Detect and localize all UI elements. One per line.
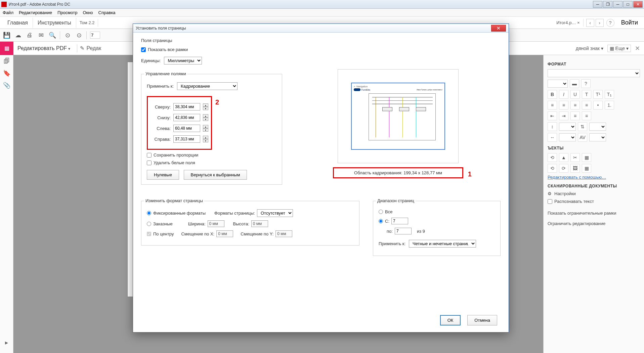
- next-page-icon[interactable]: ⊙: [75, 31, 83, 39]
- indent4-icon[interactable]: ≡: [582, 112, 591, 120]
- centered-checkbox[interactable]: [147, 232, 151, 236]
- attachment-icon[interactable]: 📎: [3, 82, 10, 89]
- kerning-icon[interactable]: AV: [578, 133, 587, 142]
- zero-margins-button[interactable]: Нулевые: [147, 170, 179, 180]
- margin-bottom-down[interactable]: ▼: [203, 118, 208, 121]
- margin-top-up[interactable]: ▲: [203, 103, 208, 107]
- doc-tab-active[interactable]: Итог4.p… ×: [553, 19, 583, 27]
- align-left-icon[interactable]: ≡: [548, 101, 557, 109]
- more-button[interactable]: ▦ Еще ▾: [607, 45, 631, 52]
- cloud-icon[interactable]: ☁: [14, 31, 22, 39]
- window-minimize2-button[interactable]: ─: [613, 1, 622, 8]
- lineheight-select[interactable]: [589, 123, 606, 131]
- watermark-button[interactable]: дяной знак ▾: [576, 46, 603, 51]
- revert-margins-button[interactable]: Вернуться к выбранным: [184, 170, 247, 180]
- show-all-frames-checkbox[interactable]: [141, 47, 146, 52]
- mail-icon[interactable]: ✉: [37, 31, 45, 39]
- superscript-icon[interactable]: T¹: [593, 90, 603, 99]
- margin-right-down[interactable]: ▼: [203, 139, 208, 142]
- doc-tab-1[interactable]: Том 2.2: [76, 19, 98, 27]
- dialog-ok-button[interactable]: ОК: [440, 315, 461, 325]
- margin-left-up[interactable]: ▲: [203, 125, 208, 128]
- page-formats-select[interactable]: Отсутствует: [257, 209, 293, 217]
- menu-edit[interactable]: Редактирование: [19, 10, 52, 15]
- restrict-link[interactable]: Ограничить редактирование: [548, 221, 640, 226]
- strike-icon[interactable]: T: [582, 90, 591, 99]
- indent-right-icon[interactable]: ⇥: [559, 112, 568, 120]
- flip-v-icon[interactable]: ▲: [559, 153, 568, 162]
- font-size-select[interactable]: [548, 80, 568, 88]
- align-justify-icon[interactable]: ≡: [582, 101, 591, 109]
- window-maximize-button[interactable]: □: [623, 1, 633, 8]
- replace-image-icon[interactable]: 🖼: [570, 164, 580, 173]
- scale-select[interactable]: [559, 133, 576, 141]
- keep-ratio-checkbox[interactable]: [147, 153, 152, 158]
- width-input[interactable]: [208, 220, 224, 227]
- apply-to-select[interactable]: Кадрирование: [177, 82, 238, 90]
- login-button[interactable]: Войти: [618, 18, 641, 28]
- edit-content-button[interactable]: ✎ Редак: [80, 45, 101, 51]
- save-icon[interactable]: 💾: [3, 31, 11, 39]
- window-close-button[interactable]: ✕: [633, 1, 643, 8]
- range-to-input[interactable]: [395, 228, 412, 234]
- bookmark-icon[interactable]: 🔖: [3, 70, 10, 77]
- indent-left-icon[interactable]: ⇤: [548, 112, 557, 120]
- margin-left-input[interactable]: [173, 125, 200, 132]
- bold-icon[interactable]: B: [548, 90, 557, 99]
- margin-right-input[interactable]: [173, 135, 200, 143]
- list-number-icon[interactable]: 1.: [605, 101, 614, 109]
- range-all-radio[interactable]: [379, 210, 383, 214]
- window-restore-button[interactable]: ❐: [603, 1, 612, 8]
- settings-link[interactable]: Настройки: [554, 191, 576, 196]
- tab-home[interactable]: Главная: [3, 18, 33, 28]
- spacing-icon[interactable]: ↕: [548, 122, 557, 131]
- flip-h-icon[interactable]: ⟲: [548, 153, 557, 162]
- offset-x-input[interactable]: [216, 230, 233, 237]
- arrange-icon[interactable]: ▦: [582, 153, 591, 162]
- edit-with-link[interactable]: Редактировать с помощью…: [548, 175, 640, 180]
- prev-page-icon[interactable]: ⊙: [63, 31, 72, 39]
- pages-icon[interactable]: 🗐: [4, 58, 10, 65]
- margin-top-down[interactable]: ▼: [203, 107, 208, 110]
- editbar-close-icon[interactable]: ✕: [635, 45, 640, 52]
- range-apply-to-select[interactable]: Четные и нечетные страницы: [409, 240, 476, 248]
- edit-pdf-label[interactable]: Редактировать PDF ▾: [13, 45, 74, 51]
- margin-top-input[interactable]: [173, 103, 200, 111]
- range-from-input[interactable]: [391, 218, 408, 224]
- search-icon[interactable]: 🔍: [48, 31, 56, 39]
- menu-window[interactable]: Окно: [83, 10, 93, 15]
- kerning-select[interactable]: [589, 133, 606, 141]
- offset-y-input[interactable]: [275, 230, 292, 237]
- color-picker-button[interactable]: ▬: [570, 79, 579, 88]
- indent3-icon[interactable]: ≡: [570, 112, 580, 120]
- menu-file[interactable]: Файл: [3, 10, 13, 15]
- dialog-close-button[interactable]: ✕: [491, 25, 506, 32]
- ocr-checkbox[interactable]: [548, 199, 552, 204]
- margin-bottom-up[interactable]: ▲: [203, 114, 208, 118]
- rotate-right-icon[interactable]: ⟳: [559, 164, 568, 173]
- subscript-icon[interactable]: T₁: [605, 90, 614, 99]
- range-from-radio[interactable]: [379, 219, 383, 223]
- underline-icon[interactable]: U: [570, 90, 580, 99]
- margin-bottom-input[interactable]: [173, 114, 200, 121]
- page-number-input[interactable]: [90, 32, 100, 39]
- scale-icon[interactable]: ↔: [548, 133, 557, 142]
- expand-rail-icon[interactable]: ▸: [5, 339, 8, 346]
- dialog-cancel-button[interactable]: Отмена: [467, 315, 497, 325]
- custom-formats-radio[interactable]: [147, 222, 151, 226]
- units-select[interactable]: Миллиметры: [164, 57, 202, 64]
- font-select[interactable]: [548, 69, 640, 77]
- menu-view[interactable]: Просмотр: [57, 10, 77, 15]
- rotate-left-icon[interactable]: ⟲: [548, 164, 557, 173]
- help-icon[interactable]: ?: [606, 19, 614, 27]
- list-bullet-icon[interactable]: •: [593, 101, 603, 109]
- window-minimize-button[interactable]: ─: [593, 1, 602, 8]
- tab-next-button[interactable]: ›: [596, 19, 604, 27]
- line-height-icon[interactable]: ⇅: [578, 122, 587, 131]
- align-center-icon[interactable]: ≡: [559, 101, 568, 109]
- margin-left-down[interactable]: ▼: [203, 128, 208, 132]
- remove-white-checkbox[interactable]: [147, 161, 152, 165]
- tab-prev-button[interactable]: ‹: [586, 19, 594, 27]
- tab-tools[interactable]: Инструменты: [33, 18, 76, 28]
- crop-icon[interactable]: ✂: [570, 153, 580, 162]
